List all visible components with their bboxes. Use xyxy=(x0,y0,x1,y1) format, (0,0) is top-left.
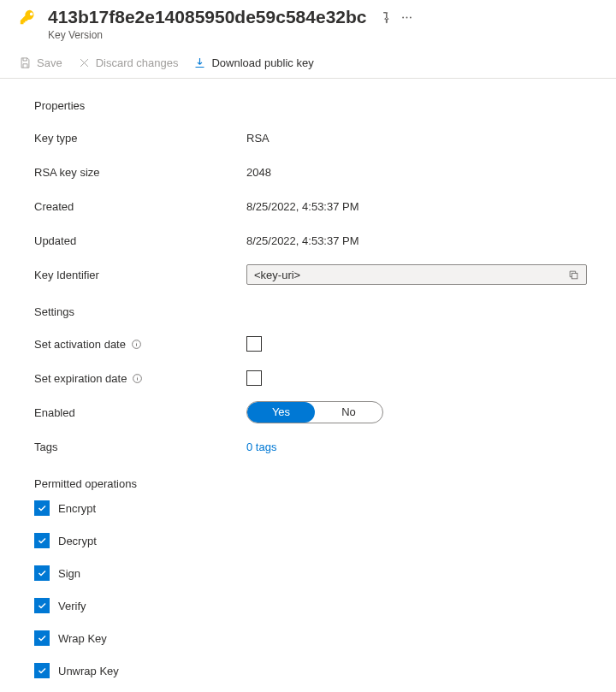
page-header: 413b17f8e2e14085950de59c584e32bc Key Ver… xyxy=(0,0,616,41)
checkbox-unwrap[interactable] xyxy=(34,663,50,678)
page-subtitle: Key Version xyxy=(48,29,597,41)
row-updated: Updated 8/25/2022, 4:53:37 PM xyxy=(34,225,597,256)
toggle-yes[interactable]: Yes xyxy=(247,402,315,423)
key-icon xyxy=(19,9,38,30)
checkbox-decrypt[interactable] xyxy=(34,533,50,548)
pin-icon[interactable] xyxy=(379,11,392,24)
value-rsa-size: 2048 xyxy=(246,166,271,179)
save-button[interactable]: Save xyxy=(19,56,62,69)
section-permitted: Permitted operations xyxy=(34,477,597,490)
close-icon xyxy=(78,56,91,69)
info-icon[interactable] xyxy=(132,373,143,384)
op-encrypt: Encrypt xyxy=(34,500,597,516)
label-tags: Tags xyxy=(34,441,246,453)
download-icon xyxy=(193,56,206,69)
op-label: Unwrap Key xyxy=(58,665,119,677)
row-tags: Tags 0 tags xyxy=(34,431,597,462)
op-decrypt: Decrypt xyxy=(34,533,597,548)
label-identifier: Key Identifier xyxy=(34,269,246,281)
checkbox-wrap[interactable] xyxy=(34,630,50,646)
op-label: Encrypt xyxy=(58,502,96,515)
checkbox-encrypt[interactable] xyxy=(34,500,50,516)
toggle-no[interactable]: No xyxy=(315,402,382,423)
row-expiration: Set expiration date xyxy=(34,363,597,393)
checkbox-activation[interactable] xyxy=(246,336,262,352)
section-settings: Settings xyxy=(34,305,597,318)
row-created: Created 8/25/2022, 4:53:37 PM xyxy=(34,191,597,222)
row-identifier: Key Identifier <key-uri> xyxy=(34,259,597,290)
enabled-toggle[interactable]: Yes No xyxy=(246,401,383,423)
label-enabled: Enabled xyxy=(34,406,246,419)
label-rsa-size: RSA key size xyxy=(34,166,246,179)
svg-point-2 xyxy=(409,16,411,18)
label-created: Created xyxy=(34,200,246,213)
label-expiration: Set expiration date xyxy=(34,372,127,385)
value-created: 8/25/2022, 4:53:37 PM xyxy=(246,200,359,213)
section-properties: Properties xyxy=(34,99,597,112)
op-unwrap: Unwrap Key xyxy=(34,663,597,678)
save-label: Save xyxy=(37,56,62,69)
label-key-type: Key type xyxy=(34,132,246,145)
checkbox-verify[interactable] xyxy=(34,598,50,613)
op-verify: Verify xyxy=(34,598,597,613)
more-icon[interactable] xyxy=(400,11,413,24)
content: Properties Key type RSA RSA key size 204… xyxy=(0,79,616,692)
ops-list: Encrypt Decrypt Sign Verify Wrap Key Unw… xyxy=(34,500,597,678)
svg-point-1 xyxy=(406,16,407,18)
op-label: Wrap Key xyxy=(58,632,107,645)
info-icon[interactable] xyxy=(131,339,142,350)
svg-point-0 xyxy=(402,16,404,18)
checkbox-sign[interactable] xyxy=(34,565,50,581)
label-updated: Updated xyxy=(34,234,246,247)
tags-link[interactable]: 0 tags xyxy=(246,441,276,453)
save-icon xyxy=(19,56,32,69)
op-label: Verify xyxy=(58,600,86,612)
toolbar: Save Discard changes Download public key xyxy=(0,46,616,79)
row-rsa-size: RSA key size 2048 xyxy=(34,157,597,187)
op-label: Sign xyxy=(58,567,80,580)
copy-icon[interactable] xyxy=(568,269,579,281)
op-sign: Sign xyxy=(34,565,597,581)
label-activation: Set activation date xyxy=(34,338,126,351)
op-label: Decrypt xyxy=(58,535,97,547)
identifier-field[interactable]: <key-uri> xyxy=(246,264,587,285)
identifier-value: <key-uri> xyxy=(254,269,568,281)
discard-label: Discard changes xyxy=(96,56,179,69)
value-updated: 8/25/2022, 4:53:37 PM xyxy=(246,234,359,247)
download-label: Download public key xyxy=(211,56,313,69)
op-wrap: Wrap Key xyxy=(34,630,597,646)
row-activation: Set activation date xyxy=(34,328,597,359)
discard-button[interactable]: Discard changes xyxy=(78,56,179,69)
row-key-type: Key type RSA xyxy=(34,122,597,153)
value-key-type: RSA xyxy=(246,132,270,145)
row-enabled: Enabled Yes No xyxy=(34,397,597,428)
checkbox-expiration[interactable] xyxy=(246,370,262,386)
page-title: 413b17f8e2e14085950de59c584e32bc xyxy=(48,7,367,27)
download-button[interactable]: Download public key xyxy=(193,56,313,69)
svg-rect-3 xyxy=(572,273,578,279)
